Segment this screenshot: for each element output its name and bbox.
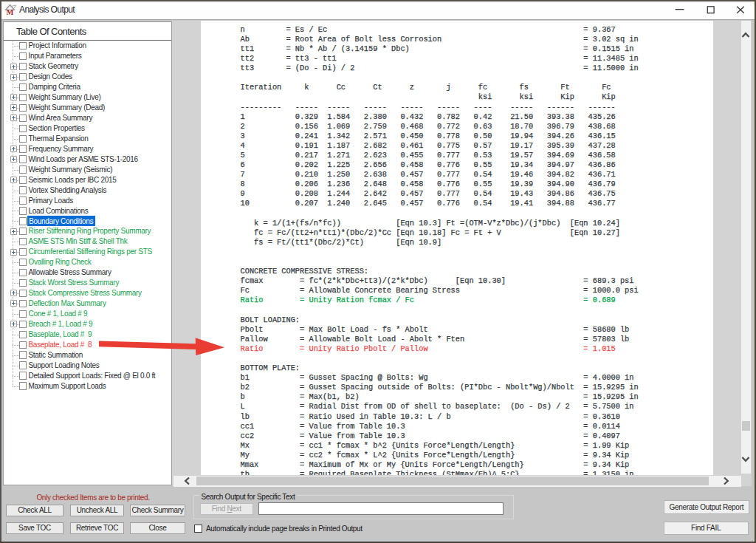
svg-text:M: M (7, 8, 14, 16)
